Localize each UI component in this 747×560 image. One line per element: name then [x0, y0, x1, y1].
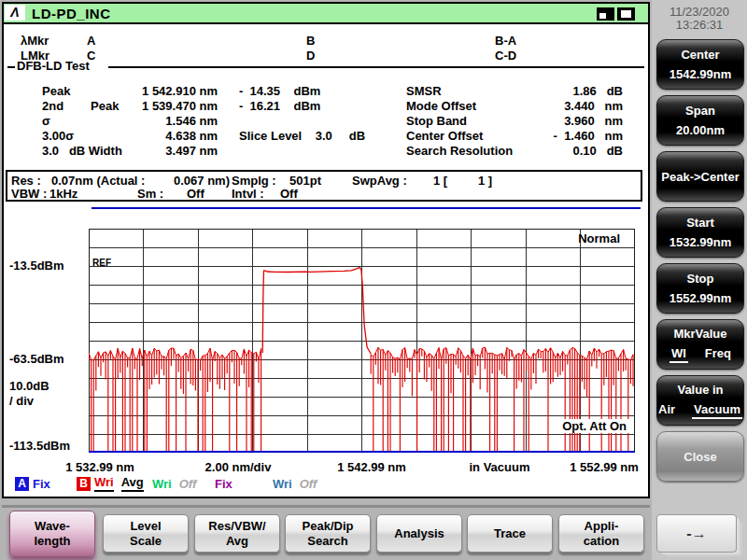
menu-analysis[interactable]: Analysis [376, 514, 462, 553]
settings-token: VBW : [11, 187, 47, 201]
window-shadow [2, 505, 650, 508]
display-mode-label: Normal [578, 231, 620, 245]
softkey-options: AirVacuum [657, 402, 743, 419]
app-logo-icon: Λ [5, 5, 25, 21]
analysis-value: 0.10 dB [504, 144, 623, 158]
time-display: 13:26:31 [652, 18, 747, 32]
analysis-extra: - 14.35 dBm [239, 84, 320, 98]
marker-label: A [87, 34, 95, 48]
menu-label: Appli- [585, 519, 619, 534]
trace-state-label: Wri [152, 477, 172, 491]
analysis-value: 3.497 nm [103, 144, 218, 158]
window-title-bar: Λ LD-PD_INC [4, 4, 648, 24]
menu-label: Analysis [394, 526, 444, 541]
menu-label: Wave- [35, 519, 70, 534]
date-display: 11/23/2020 [652, 5, 747, 19]
softkey-label: MkrValue [657, 327, 743, 341]
trace-state-label: Wri [273, 477, 292, 491]
trace-status: WriOff [273, 476, 317, 491]
trace-badge: A [15, 477, 29, 491]
x-axis-label: 1 542.99 nm [337, 460, 406, 474]
marker-label: B [306, 34, 315, 48]
settings-token: 1kHz [49, 187, 78, 201]
optical-attenuator-status: Opt. Att On [559, 419, 629, 433]
settings-token: 1 [ [433, 174, 447, 188]
menu-label: Res/VBW/ [208, 519, 265, 534]
trace-status: Fix [215, 476, 233, 491]
menu-appli-cation[interactable]: Appli-cation [558, 514, 644, 553]
marker-label: D [306, 49, 315, 63]
settings-token: 501pt [289, 174, 321, 188]
menu-label: cation [584, 534, 619, 549]
menu-peak-dipsearch[interactable]: Peak/DipSearch [285, 514, 371, 553]
trace-status: WriOff [152, 476, 196, 491]
y-axis-label: -63.5dBm [9, 352, 64, 366]
minimize-button[interactable] [597, 7, 614, 21]
softkey-start[interactable]: Start1532.99nm [656, 207, 744, 258]
analysis-value: 3.960 nm [504, 114, 623, 128]
menu-res-vbw-avg[interactable]: Res/VBW/Avg [194, 514, 280, 553]
trace-status: BWriAvg [77, 476, 144, 491]
trace-state-label: Avg [121, 475, 144, 492]
analysis-label: Mode Offset [406, 99, 476, 113]
trace-state-label: Fix [215, 477, 233, 491]
settings-token: Smplg : [232, 174, 276, 188]
settings-token: SwpAvg : [352, 174, 407, 188]
analysis-value: - 1.460 nm [504, 129, 623, 143]
menu-label: Scale [130, 534, 162, 549]
x-axis-label: 1 532.99 nm [65, 460, 134, 474]
marker-label: C [87, 49, 95, 63]
analysis-label: σ [42, 114, 50, 128]
softkey-close[interactable]: Close [656, 431, 744, 482]
softkey-center[interactable]: Center1542.99nm [656, 39, 744, 90]
marker-label: C-D [495, 49, 516, 63]
trace-state-label: Fix [33, 477, 50, 491]
ref-level-label: REF [92, 258, 111, 268]
menu-levelscale[interactable]: LevelScale [103, 514, 189, 553]
analysis-value: 1.86 dB [504, 84, 623, 98]
x-axis-label: in Vacuum [469, 460, 529, 474]
menu-trace[interactable]: Trace [467, 514, 553, 553]
y-axis-label: -113.5dBm [9, 439, 70, 453]
menu-wave-length[interactable]: Wave-length [9, 511, 95, 557]
more-menu-button[interactable]: -→ [656, 514, 737, 553]
menu-label: Peak/Dip [303, 519, 354, 534]
maximize-button[interactable] [617, 7, 635, 21]
settings-token: Intvl : [232, 187, 264, 201]
softkey-label: Span [657, 104, 743, 118]
softkey-option[interactable]: Wl [669, 346, 688, 363]
softkey-label: Start [657, 216, 743, 230]
softkey-value-in[interactable]: Value inAirVacuum [656, 375, 744, 426]
analysis-label: Peak [42, 84, 70, 98]
section-divider [108, 66, 644, 68]
softkey-stop[interactable]: Stop1552.99nm [656, 263, 744, 314]
analysis-label: 3.00σ [42, 129, 74, 143]
section-divider [7, 66, 15, 68]
softkey-label: Value in [657, 383, 743, 397]
settings-token: 1 ] [478, 174, 492, 188]
softkey-peak-center[interactable]: Peak->Center [656, 151, 744, 202]
analysis-value: 1 539.470 nm [103, 99, 218, 113]
marker-label: LMkr [21, 49, 49, 63]
window-title: LD-PD_INC [32, 6, 111, 21]
softkey-mkrvalue[interactable]: MkrValueWlFreq [656, 319, 744, 370]
spectrum-display: REF Normal Opt. Att On [89, 229, 635, 453]
analysis-extra: - 16.21 dBm [239, 99, 320, 113]
analysis-label: SMSR [406, 84, 442, 98]
softkey-value: 1542.99nm [657, 67, 743, 81]
analysis-value: 1 542.910 nm [103, 84, 218, 98]
softkey-span[interactable]: Span20.00nm [656, 95, 744, 146]
softkey-option[interactable]: Vacuum [692, 402, 742, 419]
trace-state-label: Wri [94, 475, 114, 492]
settings-token: 0.067 nm) [174, 174, 230, 188]
menu-label: Search [307, 534, 347, 549]
y-axis-label: / div [9, 394, 34, 408]
x-axis-label: 1 552.99 nm [570, 460, 639, 474]
settings-token: Off [187, 187, 204, 201]
y-axis-label: -13.5dBm [9, 259, 64, 273]
graph-frame-top-line [92, 207, 641, 209]
softkey-option[interactable]: Air [658, 402, 675, 419]
softkey-option[interactable]: Freq [705, 346, 731, 363]
settings-token: Sm : [137, 187, 163, 201]
analysis-label: Stop Band [406, 114, 467, 128]
